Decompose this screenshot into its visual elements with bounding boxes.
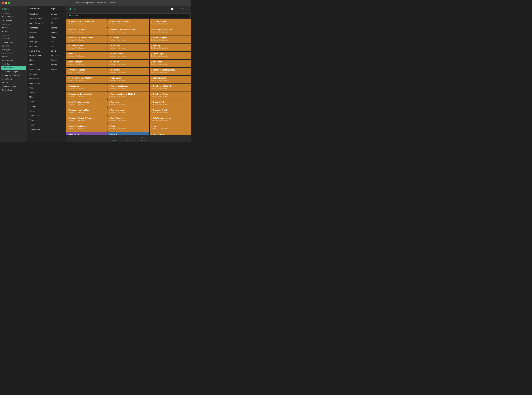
grid-cell[interactable]: Trombones Muted CineBrass | CineSamples: [150, 92, 191, 99]
grid-cell[interactable]: Horns Legato CineBrass | CineSamples: [150, 52, 191, 59]
grid-cell[interactable]: Horn Rips CineBrass | CineSamples: [150, 44, 191, 51]
instrument-item[interactable]: Bass Drum: [27, 12, 49, 16]
sidebar-item-motu[interactable]: MOTU: [0, 81, 27, 84]
grid-cell[interactable]: Trumpets FX CineBrass | CineSamples: [150, 100, 191, 108]
instrument-item[interactable]: Taiko: [27, 99, 49, 104]
grid-cell[interactable]: Trombones CineBrass | CineSamples: [66, 84, 107, 92]
instrument-item[interactable]: Harp: [27, 58, 49, 62]
instrument-item[interactable]: Low Chimes: [27, 67, 49, 72]
sidebar-item-unlinked[interactable]: ⊘ Unlinked: [0, 19, 27, 22]
grid-cell[interactable]: Monster Low Brass CineBrass | CineSample…: [66, 27, 107, 35]
grid-cell[interactable]: Trumpets Legato CineBrass | CineSamples: [108, 108, 149, 116]
grid-cell[interactable]: Trumpets Harmon Mute CineBrass | CineSam…: [66, 108, 107, 116]
grid-cell[interactable]: Horns CineBrass | CineSamples: [66, 52, 107, 59]
instrument-item[interactable]: Cimbasso: [27, 26, 49, 30]
grid-cell[interactable]: Monster Low Brass Scoops CineBrass | Cin…: [66, 35, 107, 43]
tag-item[interactable]: Roll: [49, 44, 66, 49]
sidebar-item-patch[interactable]: ★ Patch: [0, 26, 27, 29]
sidebar-item-cinematic-samples[interactable]: Cinematic Samples: [0, 70, 27, 73]
instrument-item[interactable]: Snare Drum: [27, 81, 49, 86]
grid-cell[interactable]: Trombones Fluttered CineBrass | CineSamp…: [150, 84, 191, 92]
grid-view-button[interactable]: ⊞: [68, 7, 72, 11]
instrument-item[interactable]: Frame Drum: [27, 49, 49, 53]
instrument-item[interactable]: Toms: [27, 109, 49, 113]
instrument-item[interactable]: Tabla: [27, 95, 49, 99]
split-view-button[interactable]: ⊡: [185, 7, 189, 11]
add-button[interactable]: +: [176, 7, 179, 11]
grid-cell[interactable]: Tuba Legato CineBrass | CineSamples: [108, 76, 149, 83]
grid-cell[interactable]: Solo Trombone CineBrass | CineSamples: [150, 76, 191, 83]
grid-cell[interactable]: Monster Low Brass FX CineBrass | CineSam…: [150, 27, 191, 35]
instrument-item[interactable]: Surdos: [27, 90, 49, 95]
maximize-button[interactable]: [8, 2, 10, 4]
minimize-button[interactable]: [5, 2, 7, 4]
sidebar-item-aria-sounds[interactable]: Aria Sounds: [0, 58, 27, 62]
grid-cell[interactable]: Solo Horn Legato (Mellow) CineBrass | Ci…: [66, 76, 107, 83]
grid-cell[interactable]: Harp CineHarp | CineSamples: [150, 124, 191, 132]
sidebar-item-cinesamples[interactable]: CineSamples: [1, 66, 26, 70]
clear-all-button[interactable]: Clear All: [0, 7, 27, 11]
sidebar-item-switch[interactable]: ♥ Switch: [0, 29, 27, 33]
grid-cell[interactable]: Trombones Harmon Muted CineBrass | CineS…: [66, 92, 107, 99]
grid-cell[interactable]: Horns fff CineBrass | CineSamples: [108, 60, 149, 67]
tag-item[interactable]: Tremolo: [49, 67, 66, 72]
tag-item[interactable]: Staccato: [49, 53, 66, 58]
instrument-item[interactable]: Marimba: [27, 72, 49, 76]
grid-cell[interactable]: 12 Horns CineBrass | CineSamples: [108, 35, 149, 43]
sidebar-item-projectsam[interactable]: ProjectSAM: [0, 88, 27, 92]
search-input[interactable]: [68, 13, 189, 18]
tag-item[interactable]: Muted: [49, 35, 66, 39]
tag-item[interactable]: Tenuto: [49, 62, 66, 67]
tag-item[interactable]: Sustain: [49, 58, 66, 62]
grid-cell[interactable]: Harp 3 CineHarps | CineSamples: [108, 132, 149, 135]
sidebar-item-hephaestus-sounds[interactable]: Hephaestus Sounds: [0, 73, 27, 77]
grid-cell[interactable]: Harp Glisses CineHarp | CineSamples: [66, 132, 107, 135]
nav-catalog[interactable]: ≡ Catalog: [111, 136, 116, 141]
grid-cell[interactable]: Tuba CineBrass | CineSamples: [108, 124, 149, 132]
tag-item[interactable]: Marcato: [49, 30, 66, 35]
grid-cell[interactable]: Solo Horn CineBrass | CineSamples: [108, 68, 149, 75]
grid-cell[interactable]: Horns Fluttered CineBrass | CineSamples: [108, 52, 149, 59]
instrument-item[interactable]: Timpani: [27, 104, 49, 109]
grid-cell[interactable]: 12 Horns Legato CineBrass | CineSamples: [150, 35, 191, 43]
instrument-item[interactable]: Roto Toms: [27, 76, 49, 81]
instrument-item[interactable]: Djun Djun: [27, 39, 49, 44]
grid-cell[interactable]: Horns Stopped CineBrass | CineSamples: [66, 60, 107, 67]
tag-item[interactable]: Clusters: [49, 16, 66, 21]
nav-project[interactable]: ⌂ Project: [125, 136, 130, 141]
new-document-button[interactable]: 📄: [170, 7, 175, 11]
close-button[interactable]: [2, 2, 4, 4]
grid-cell[interactable]: Trumpets CineBrass | CineSamples: [108, 100, 149, 108]
tag-item[interactable]: FX: [49, 21, 66, 26]
sidebar-item-orchestral-tools[interactable]: Orchestral Tools: [0, 84, 27, 88]
grid-cell[interactable]: Cimbasso & Bass Trombone CineBrass | Cin…: [66, 19, 107, 27]
grid-cell[interactable]: Solo Trumpet Legato CineBrass | CineSamp…: [66, 124, 107, 132]
instrument-item[interactable]: Brass Ensemble: [27, 21, 49, 26]
grid-cell[interactable]: Solo Horn Legato (Brassy) CineBrass | Ci…: [150, 68, 191, 75]
menu-button[interactable]: ≡: [181, 7, 184, 11]
instrument-item[interactable]: Doumbek: [27, 44, 49, 49]
instrument-item[interactable]: Solo: [27, 86, 49, 90]
instrument-item[interactable]: Tubular Bells: [27, 127, 49, 132]
tag-item[interactable]: Legato: [49, 26, 66, 30]
grid-cell[interactable]: Bass Drum 1 CinePerc | CineSamples: [150, 132, 191, 135]
sidebar-item-audio[interactable]: 🎙 Audio: [0, 37, 27, 40]
grid-cell[interactable]: Solo Trumpet Legato CineBrass | CineSamp…: [150, 116, 191, 124]
grid-cell[interactable]: Tuba & Bass Trombone CineBrass | CineSam…: [108, 19, 149, 27]
grid-cell[interactable]: Solo Trombone Legato CineBrass | CineSam…: [66, 100, 107, 108]
grid-cell[interactable]: Horn Rips CineBrass | CineSamples: [108, 44, 149, 51]
grid-cell[interactable]: Solo Trumpet CineBrass | CineSamples: [108, 116, 149, 124]
grid-cell[interactable]: Two Horns CineBrass | CineSamples: [150, 60, 191, 67]
grid-cell[interactable]: Two Horns Legato CineBrass | CineSamples: [66, 68, 107, 75]
grid-cell[interactable]: Trombones Legato (Mellow) CineBrass | Ci…: [108, 92, 149, 99]
tag-item[interactable]: Short: [49, 49, 66, 53]
sidebar-item-8dio[interactable]: 8DIO: [0, 55, 27, 58]
grid-cell[interactable]: Trombones (Brassy) CineBrass | CineSampl…: [108, 84, 149, 92]
grid-cell[interactable]: Monster Low Brass Clusters CineBrass | C…: [108, 27, 149, 35]
instrument-item[interactable]: Trombones: [27, 113, 49, 118]
sidebar-item-audiobro[interactable]: AudioBro: [0, 62, 27, 66]
sidebar-item-instrument[interactable]: ♩ Instrument: [0, 40, 27, 44]
instrument-item[interactable]: Tuba: [27, 122, 49, 127]
instrument-item[interactable]: Crotales: [27, 30, 49, 35]
grid-cell[interactable]: Trumpets Sustain & Tenuto CineBrass | Ci…: [66, 116, 107, 124]
